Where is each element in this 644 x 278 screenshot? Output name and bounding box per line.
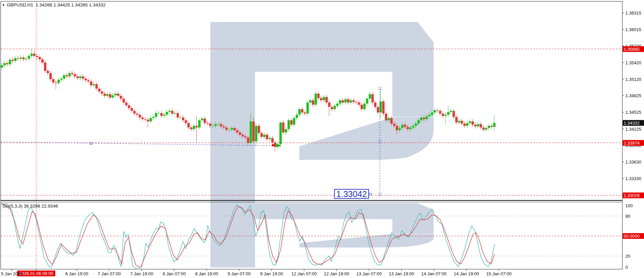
chart-canvas[interactable] xyxy=(0,0,644,278)
price-axis-label: 1.35120 xyxy=(625,77,641,82)
price-axis-label: 1.36015 xyxy=(625,27,641,32)
price-axis-label: 1.34825 xyxy=(625,93,641,98)
time-axis-label: 13 Jan 19:00 xyxy=(389,271,414,276)
indicator-label: Sto(5,3,3) 38.3298 22.9346 xyxy=(2,204,58,209)
stoch-axis-label: 100 xyxy=(625,203,633,208)
watermark-logo-main xyxy=(210,22,434,222)
price-axis-label: 1.36315 xyxy=(625,10,641,16)
time-crosshair-badge: 2026.01.06 08:00 xyxy=(17,271,55,276)
time-axis-label: 6 Jan 19:00 xyxy=(65,271,88,276)
stoch-axis-label: 0 xyxy=(625,264,628,270)
time-axis-label: 13 Jan 07:00 xyxy=(356,271,382,276)
trading-chart-window: ▼GBPUSD,H1 1.34268 1.34425 1.34265 1.343… xyxy=(0,0,644,278)
time-axis-label: 7 Jan 19:00 xyxy=(130,271,153,276)
time-axis-label: 14 Jan 19:00 xyxy=(454,271,479,276)
time-axis-label: 14 Jan 07:00 xyxy=(421,271,446,276)
time-axis-label: 12 Jan 19:00 xyxy=(324,271,349,276)
stoch-axis-label: 80 xyxy=(625,213,630,218)
price-axis-label: 1.33330 xyxy=(625,176,641,181)
time-axis-label: 12 Jan 07:00 xyxy=(291,271,317,276)
symbol-dropdown-icon[interactable]: ▼ xyxy=(2,3,5,7)
time-axis-label: 9 Jan 07:00 xyxy=(228,271,251,276)
price-axis-badge: 1.33029 xyxy=(623,192,644,198)
price-axis-label: 1.35420 xyxy=(625,60,641,65)
time-axis-label: 8 Jan 07:00 xyxy=(163,271,186,276)
price-axis-badge: 1.35665 xyxy=(623,46,644,52)
price-axis-badge: 1.34332 xyxy=(623,120,644,126)
time-axis-label: 7 Jan 07:00 xyxy=(98,271,121,276)
indicator-current-values: 38.3298 22.9346 xyxy=(24,204,58,209)
time-axis-label: 9 Jan 19:00 xyxy=(260,271,283,276)
price-measure-handle[interactable] xyxy=(369,193,372,195)
stoch-axis-label: 20 xyxy=(625,254,630,259)
price-axis-label: 1.34225 xyxy=(625,126,641,131)
stoch-axis-badge: 50.0000 xyxy=(623,233,644,239)
price-measure-label[interactable]: 1.33042 xyxy=(334,189,369,199)
time-axis-label: 8 Jan 19:00 xyxy=(195,271,218,276)
chart-title: ▼GBPUSD,H1 1.34268 1.34425 1.34265 1.343… xyxy=(2,2,106,8)
time-axis-label: 5 Jan 2026 xyxy=(1,271,23,276)
price-axis-badge: 1.33974 xyxy=(623,140,644,146)
price-axis-label: 1.33630 xyxy=(625,159,641,165)
chart-ohlc-values: 1.34268 1.34425 1.34265 1.34332 xyxy=(36,2,105,7)
time-axis-label: 15 Jan 07:00 xyxy=(486,271,511,276)
indicator-name: Sto(5,3,3) xyxy=(2,204,22,209)
chart-symbol-timeframe: GBPUSD,H1 xyxy=(7,2,33,7)
price-axis-label: 1.34525 xyxy=(625,110,641,115)
